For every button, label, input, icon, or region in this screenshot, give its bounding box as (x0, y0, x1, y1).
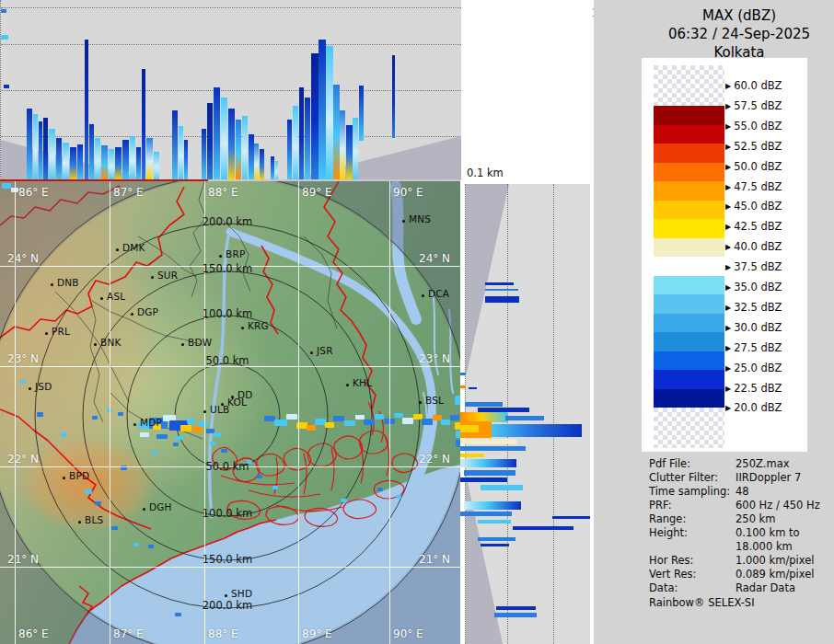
city-dot (51, 283, 53, 286)
meta-label: Time sampling: (649, 485, 730, 498)
city-label: MNS (409, 213, 431, 224)
legend-value-label: ▶57.5 dBZ (725, 99, 782, 112)
echo-column (184, 140, 188, 180)
city-label: DNB (57, 277, 79, 288)
height-axis-min-label: 0.1 km (467, 167, 504, 179)
echo-column (154, 152, 159, 180)
precip-echo (441, 420, 450, 425)
echo-column (236, 120, 241, 180)
city-dot (203, 410, 206, 413)
profile-echo-bar (460, 454, 484, 457)
legend-checker-top (654, 65, 724, 106)
echo-column (287, 120, 292, 180)
echo-mark (4, 85, 9, 88)
latitude-gridline (0, 567, 460, 568)
profile-echo-bar (464, 470, 515, 476)
precip-echo (286, 414, 297, 420)
longitude-label: 89° E (302, 186, 332, 199)
echo-mark (1, 35, 8, 40)
legend-tick-arrow: ▶ (725, 82, 731, 90)
legend-band (654, 125, 724, 144)
city-label: KHL (353, 377, 372, 388)
profile-echo-bar (491, 424, 582, 437)
profile-echo-bar (485, 282, 514, 285)
profile-echo-bar (460, 373, 466, 375)
echo-column (27, 109, 32, 180)
city-dot (419, 401, 422, 404)
echo-column (172, 110, 178, 180)
longitude-label: 90° E (393, 186, 423, 199)
legend-band (654, 351, 724, 371)
city-dot (310, 351, 313, 354)
precip-echo (111, 526, 118, 530)
city-dot (422, 294, 424, 297)
latitude-label: 21° N (419, 553, 450, 566)
sea-area (69, 465, 460, 644)
echo-column (299, 87, 304, 180)
legend-value-label: ▶40.0 dBZ (725, 240, 782, 253)
legend-band (654, 201, 724, 220)
profile-echo-bar (460, 459, 516, 467)
city-label: BSL (425, 395, 444, 406)
precip-echo (20, 380, 26, 384)
city-dot (100, 297, 103, 300)
legend-value-label: ▶52.5 dBZ (725, 140, 782, 153)
height-gridline (507, 184, 508, 644)
meta-label: Hor Res: (649, 554, 693, 567)
profile-echo-bar (478, 520, 511, 523)
city-label: KOL (227, 397, 247, 408)
precip-echo (175, 613, 181, 616)
city-label: KRG (248, 320, 269, 331)
profile-echo-bar (496, 606, 536, 610)
precip-echo (61, 432, 66, 437)
profile-echo-bar (460, 512, 512, 516)
legend-value-label: ▶50.0 dBZ (725, 160, 782, 173)
echo-column (260, 149, 264, 180)
latitude-label: 24° N (419, 252, 450, 265)
range-ring-label: 150.0 km (195, 553, 260, 566)
latitude-label: 22° N (7, 453, 39, 466)
precip-echo (187, 419, 195, 423)
echo-column (305, 98, 310, 180)
meta-label: Clutter Filter: (649, 471, 718, 484)
meta-value: 600 Hz / 450 Hz (736, 499, 820, 512)
profile-echo-bar (460, 439, 516, 444)
top-side-profile-panel (0, 0, 461, 180)
software-brand: Rainbow® SELEX-SI (649, 596, 755, 609)
city-dot (143, 508, 145, 511)
legend-tick-arrow: ▶ (725, 364, 731, 373)
profile-echo-bar (481, 485, 523, 490)
echo-column (353, 118, 358, 180)
legend-band (654, 370, 724, 389)
city-dot (346, 384, 349, 386)
legend-band (654, 332, 724, 351)
radar-display: 86° E86° E87° E87° E88° E88° E89° E89° E… (0, 0, 834, 644)
precip-echo (175, 436, 184, 440)
profile-echo-bar (505, 416, 544, 420)
city-label: BRP (226, 248, 245, 259)
precip-echo (422, 419, 433, 425)
precip-echo (377, 488, 383, 491)
city-label: ASL (107, 291, 125, 302)
echo-column (311, 53, 319, 180)
precip-echo (210, 442, 215, 445)
city-dot (94, 343, 97, 346)
legend-band (654, 163, 724, 182)
latitude-label: 22° N (419, 453, 450, 466)
echo-column (49, 129, 55, 180)
echo-column (346, 125, 353, 180)
legend-band (654, 238, 724, 258)
echo-column (340, 110, 345, 180)
profile-echo-bar (460, 446, 526, 451)
precip-echo (257, 475, 262, 478)
profile-echo-bar (485, 296, 519, 303)
city-label: BLS (85, 514, 103, 525)
city-dot (29, 387, 31, 390)
echo-column (39, 121, 42, 180)
echo-column (275, 161, 278, 180)
city-dot (151, 276, 154, 279)
longitude-gridline (389, 181, 390, 644)
precip-echo (274, 420, 287, 426)
legend-tick-arrow: ▶ (725, 304, 731, 312)
city-label: DGH (149, 501, 172, 512)
